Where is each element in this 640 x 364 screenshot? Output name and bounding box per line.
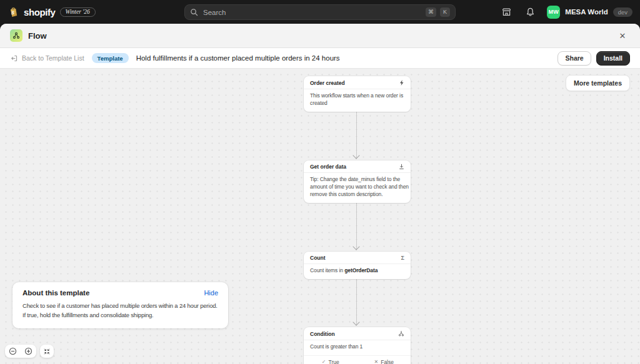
branch-icon	[398, 330, 404, 337]
node-header: Count Σ	[304, 252, 411, 264]
node-description: This workflow starts when a new order is…	[304, 89, 411, 112]
node-count[interactable]: Count Σ Count items in getOrderData	[304, 252, 411, 279]
zoom-to-fit-button[interactable]	[40, 345, 54, 358]
node-order-created[interactable]: Order created This workflow starts when …	[304, 76, 411, 112]
node-condition[interactable]: Condition Count is greater than 1 ✓	[304, 327, 411, 364]
variable-name: getOrderData	[344, 267, 378, 273]
workflow-canvas[interactable]: More templates Order created This workfl…	[0, 69, 640, 364]
node-title: Order created	[310, 80, 345, 86]
connector-arrow	[356, 277, 357, 325]
description-line: created	[310, 100, 404, 107]
node-description: Count items in getOrderData	[304, 264, 411, 279]
close-icon[interactable]: ✕	[615, 28, 630, 43]
x-icon: ✕	[374, 359, 379, 364]
zoom-out-button[interactable]	[5, 345, 21, 358]
about-line: Check to see if a customer has placed mu…	[22, 301, 218, 310]
flow-app-window: Flow ✕ Back to Template List Template Ho…	[0, 24, 640, 364]
bell-icon	[525, 7, 536, 17]
toolbar-actions: Share Install	[558, 51, 630, 66]
node-title: Condition	[310, 331, 335, 337]
minus-circle-icon	[9, 347, 17, 355]
condition-branches: ✓ True ✕ False	[304, 355, 411, 364]
lightning-icon	[399, 79, 404, 86]
hide-link[interactable]: Hide	[204, 289, 218, 297]
node-header: Order created	[304, 76, 411, 89]
description-line: Count items in getOrderData	[310, 267, 404, 275]
plus-circle-icon	[24, 347, 32, 355]
storefront-icon	[501, 7, 512, 17]
node-header: Get order data	[304, 160, 411, 173]
search-input[interactable]	[202, 8, 422, 17]
install-button[interactable]: Install	[596, 51, 630, 66]
description-line: remove this custom description.	[310, 191, 404, 199]
app-header: Flow ✕	[0, 24, 640, 48]
true-label: True	[329, 359, 339, 364]
connector-arrow	[356, 106, 357, 159]
app-title: Flow	[28, 31, 47, 41]
description-line: Tip: Change the date_minus field to the	[310, 176, 404, 184]
canvas-zoom-controls	[5, 345, 54, 358]
template-badge: Template	[92, 53, 129, 63]
env-badge: dev	[613, 7, 632, 17]
description-line: This workflow starts when a new order is	[310, 92, 404, 100]
node-description: Tip: Change the date_minus field to the …	[304, 173, 411, 203]
about-line: If true, hold the fulfillments and conso…	[22, 310, 218, 320]
shopify-logo-icon: S	[8, 6, 19, 18]
search-icon	[190, 8, 198, 16]
connector-arrow	[356, 201, 357, 250]
back-to-template-list-link[interactable]: Back to Template List	[10, 54, 84, 62]
node-get-order-data[interactable]: Get order data Tip: Change the date_minu…	[304, 160, 411, 203]
admin-topbar: S shopify Winter '26 ⌘ K	[0, 0, 640, 24]
back-label: Back to Template List	[22, 54, 84, 62]
template-toolbar: Back to Template List Template Hold fulf…	[0, 48, 640, 69]
more-templates-button[interactable]: More templates	[566, 75, 630, 91]
edition-badge[interactable]: Winter '26	[60, 7, 96, 17]
check-icon: ✓	[322, 359, 326, 364]
flow-app-icon	[10, 29, 22, 42]
about-card-header: About this template Hide	[22, 289, 218, 297]
shortcut-k-key: K	[440, 7, 450, 17]
branch-false[interactable]: ✕ False	[358, 359, 411, 364]
template-title: Hold fulfillments if a customer placed m…	[136, 54, 340, 62]
storefront-button[interactable]	[499, 5, 513, 19]
shopify-brand[interactable]: S shopify Winter '26	[8, 6, 96, 18]
download-icon	[399, 164, 404, 170]
store-name: MESA World	[565, 8, 608, 16]
about-template-card: About this template Hide Check to see if…	[12, 282, 228, 328]
node-title: Count	[310, 255, 326, 261]
notifications-button[interactable]	[523, 5, 537, 19]
fit-screen-icon	[43, 348, 51, 355]
shopify-wordmark: shopify	[24, 7, 56, 17]
svg-text:S: S	[11, 9, 14, 15]
shortcut-cmd-key: ⌘	[426, 7, 436, 17]
node-title: Get order data	[310, 164, 346, 170]
false-label: False	[381, 359, 394, 364]
back-icon	[10, 54, 18, 62]
node-header: Condition	[304, 327, 411, 340]
sigma-icon: Σ	[401, 255, 404, 261]
zoom-in-button[interactable]	[21, 345, 36, 358]
zoom-pill	[5, 345, 36, 358]
node-description: Count is greater than 1	[304, 340, 411, 355]
share-button[interactable]: Share	[558, 51, 591, 66]
account-menu[interactable]: MW MESA World dev	[547, 6, 632, 19]
store-avatar: MW	[547, 6, 560, 19]
topbar-right-cluster: MW MESA World dev	[499, 5, 632, 19]
branch-true[interactable]: ✓ True	[304, 359, 358, 364]
description-line: Count is greater than 1	[310, 343, 404, 351]
description-line: amount of time you want to check and the…	[310, 184, 404, 191]
about-body: Check to see if a customer has placed mu…	[22, 301, 218, 320]
global-search[interactable]: ⌘ K	[184, 4, 456, 20]
page: S shopify Winter '26 ⌘ K	[0, 0, 640, 364]
about-title: About this template	[22, 289, 89, 297]
